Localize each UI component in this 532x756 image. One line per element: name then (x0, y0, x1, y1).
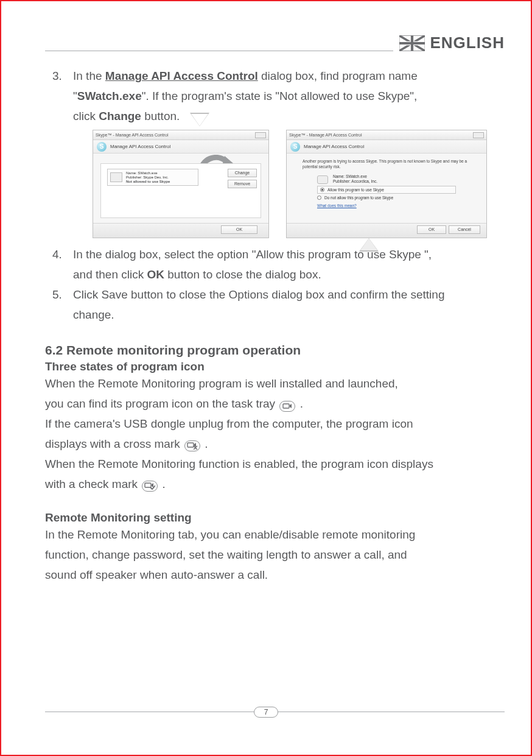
para-installed: When the Remote Monitoring program is we… (45, 373, 505, 394)
skype-icon (97, 142, 107, 152)
ok-button[interactable]: OK (221, 225, 257, 234)
svg-rect-10 (283, 404, 289, 408)
shotA-title: Skype™ - Manage API Access Control (96, 133, 168, 137)
uk-flag-icon (399, 35, 425, 51)
step-5-line2: change. (73, 305, 505, 325)
shotB-header: Manage API Access Control (304, 144, 364, 149)
step-3: 3. In the Manage API Access Control dial… (45, 66, 505, 126)
step-5-number: 5. (45, 284, 73, 325)
tray-icon-cross (184, 440, 200, 451)
step-4-line1: In the dialog box, select the option "Al… (73, 244, 505, 264)
content-area: 3. In the Manage API Access Control dial… (45, 66, 505, 707)
para-setting-2: function, change password, set the waiti… (45, 545, 505, 565)
warning-message: Another program is trying to access Skyp… (303, 158, 471, 169)
screenshot-allow-dialog: Skype™ - Manage API Access Control Manag… (286, 130, 487, 238)
para-enabled: When the Remote Monitoring function is e… (45, 454, 505, 474)
svg-marker-17 (152, 483, 153, 487)
step-5-line1: Click Save button to close the Options d… (73, 284, 505, 305)
tray-icon-check (142, 481, 158, 492)
step-4-number: 4. (45, 244, 73, 284)
svg-rect-12 (187, 443, 194, 447)
remove-button[interactable]: Remove (228, 180, 257, 188)
para-unplug1: If the camera's USB dongle unplug from t… (45, 414, 505, 434)
option-deny[interactable]: Do not allow this program to use Skype (317, 196, 456, 200)
subheading-three-states: Three states of program icon (45, 360, 505, 373)
step-3-line2: "SWatch.exe". If the program's state is … (73, 86, 505, 106)
step-3-line1: In the Manage API Access Control dialog … (73, 66, 505, 86)
shotA-header: Manage API Access Control (110, 144, 170, 149)
screenshot-row: Skype™ - Manage API Access Control Manag… (93, 130, 505, 238)
program-entry: Name: SWatch.exe Publisher: Skype Dev, I… (107, 169, 198, 186)
para-setting-3: sound off speaker when auto-answer a cal… (45, 565, 505, 585)
program-publisher: Publisher: Skype Dev, Inc. (126, 175, 170, 180)
para-tray-cross: displays with a cross mark . (45, 434, 505, 454)
program-icon (110, 172, 122, 182)
change-button[interactable]: Change (228, 169, 257, 177)
step-3-number: 3. (45, 66, 73, 126)
shotB-title: Skype™ - Manage API Access Control (289, 133, 362, 137)
program-state: Not allowed to use Skype (126, 180, 170, 184)
tray-icon-normal (279, 401, 295, 412)
step-3-line3: click Change button. (73, 106, 505, 126)
program-publisher: Publisher: Accordica, Inc. (333, 179, 377, 184)
para-setting-1: In the Remote Monitoring tab, you can en… (45, 525, 505, 545)
screenshot-manage-api: Skype™ - Manage API Access Control Manag… (93, 130, 269, 238)
radio-icon (317, 196, 321, 200)
svg-rect-16 (145, 483, 151, 487)
language-label: ENGLISH (430, 34, 505, 52)
para-tray-normal: you can find its program icon on the tas… (45, 394, 505, 414)
step-5: 5. Click Save button to close the Option… (45, 284, 505, 325)
ok-button[interactable]: OK (417, 225, 446, 234)
language-indicator: ENGLISH (393, 34, 505, 52)
svg-marker-11 (290, 404, 292, 408)
program-name: Name: SWatch.exe (333, 174, 377, 179)
cancel-button[interactable]: Cancel (449, 225, 480, 234)
step-4: 4. In the dialog box, select the option … (45, 244, 505, 284)
step-4-line2: and then click OK button to close the di… (73, 264, 505, 284)
help-link[interactable]: What does this mean? (317, 203, 456, 208)
para-tray-check: with a check mark . (45, 474, 505, 494)
skype-icon (290, 142, 300, 152)
program-name: Name: SWatch.exe (126, 171, 170, 175)
page-number: 7 (254, 707, 278, 718)
subheading-remote-setting: Remote Monitoring setting (45, 511, 505, 525)
program-icon (317, 175, 328, 184)
window-close-icon (473, 132, 484, 138)
window-close-icon (255, 132, 266, 138)
option-allow[interactable]: Allow this program to use Skype (317, 186, 456, 194)
radio-icon (320, 188, 324, 192)
section-6-2-title: 6.2 Remote monitoring program operation (45, 343, 505, 358)
